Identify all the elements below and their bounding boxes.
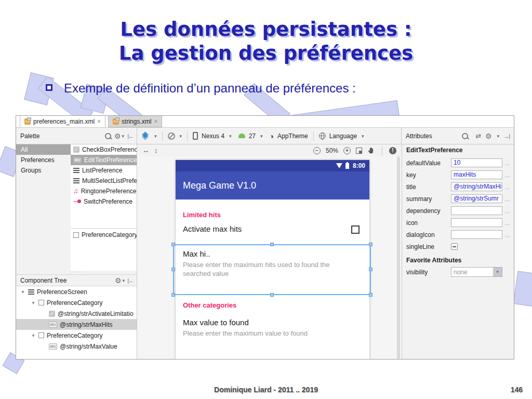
more-icon[interactable]: … bbox=[502, 196, 511, 202]
more-icon[interactable]: … bbox=[502, 208, 511, 214]
zoom-to-fit-icon[interactable] bbox=[356, 148, 362, 154]
zoom-in-icon[interactable]: + bbox=[343, 147, 351, 154]
attr-value-field[interactable]: maxHits bbox=[451, 170, 502, 179]
more-icon[interactable]: … bbox=[502, 184, 511, 190]
component-tree-header: Component Tree ⚙ ▾ |← bbox=[16, 274, 137, 286]
preview-pref-max-hits-summary: Please enter the maximum hits used to fo… bbox=[183, 260, 357, 278]
tree-expand-icon[interactable]: ▾ bbox=[31, 332, 36, 338]
preview-checkbox[interactable] bbox=[351, 225, 360, 234]
tree-expand-icon[interactable]: ▾ bbox=[31, 300, 36, 305]
pan-hand-icon[interactable] bbox=[367, 147, 375, 154]
search-icon[interactable] bbox=[104, 132, 112, 140]
chevron-down-icon: ▾ bbox=[260, 134, 263, 139]
selection-handle[interactable] bbox=[270, 293, 274, 297]
attr-value-field[interactable]: 10 bbox=[451, 158, 502, 167]
attr-value-field[interactable] bbox=[451, 206, 502, 215]
close-icon[interactable]: × bbox=[97, 118, 101, 125]
palette-item-listpreference[interactable]: ListPreference bbox=[71, 165, 137, 176]
tree-node-preferencecategory[interactable]: ▾ PreferenceCategory bbox=[16, 297, 137, 308]
attr-value-field[interactable] bbox=[451, 218, 502, 227]
zoom-out-icon[interactable]: − bbox=[313, 147, 321, 154]
category-box-icon bbox=[38, 300, 44, 305]
palette-item-preferencecategory[interactable]: PreferenceCategory bbox=[71, 230, 137, 240]
more-icon[interactable]: … bbox=[502, 172, 511, 178]
resize-vertical-icon[interactable]: ↕ bbox=[154, 147, 158, 154]
selection-handle[interactable] bbox=[369, 293, 373, 297]
errors-panel-icon[interactable]: ! bbox=[389, 147, 396, 154]
gear-icon[interactable]: ⚙ bbox=[485, 132, 492, 140]
tree-node-strmaxvalue[interactable]: abc @string/strMaxValue bbox=[16, 341, 137, 352]
chevron-down-icon: ▾ bbox=[362, 134, 364, 139]
api-level-selector[interactable]: 27 bbox=[249, 132, 256, 140]
device-icon bbox=[193, 132, 198, 140]
orientation-icon[interactable] bbox=[168, 132, 175, 140]
selection-handle[interactable] bbox=[171, 268, 175, 271]
panel-splitter[interactable]: ······ bbox=[16, 271, 137, 274]
preview-status-bar: 8:00 bbox=[176, 160, 369, 171]
attr-row-key: key maxHits … bbox=[406, 169, 511, 181]
preview-pref-max-value-title[interactable]: Max value to found bbox=[183, 318, 249, 327]
selection-handle[interactable] bbox=[369, 243, 373, 246]
slide-footer: Dominique Liard - 2011 .. 2019 146 bbox=[0, 385, 532, 394]
palette-item-ringtonepreference[interactable]: ♫ RingtonePreference bbox=[71, 186, 137, 196]
selection-handle[interactable] bbox=[270, 243, 274, 246]
palette-item-label: RingtonePreference bbox=[81, 188, 137, 195]
attr-label: icon bbox=[406, 219, 451, 227]
collapse-panel-icon[interactable]: →| bbox=[503, 133, 510, 139]
tree-node-label: PreferenceCategory bbox=[47, 299, 102, 307]
wifi-icon bbox=[336, 163, 342, 168]
palette-item-switchpreference[interactable]: SwitchPreference bbox=[71, 196, 137, 207]
design-surface-icon[interactable] bbox=[141, 132, 150, 140]
chevron-down-icon[interactable]: ▾ bbox=[493, 268, 502, 276]
gear-icon[interactable]: ⚙ bbox=[115, 277, 122, 284]
more-icon[interactable]: … bbox=[502, 220, 511, 226]
language-selector[interactable]: Language bbox=[329, 132, 357, 140]
tree-node-strmaxhits[interactable]: abc @string/strMaxHits bbox=[16, 319, 137, 330]
selection-handle[interactable] bbox=[171, 293, 175, 297]
selection-handle[interactable] bbox=[171, 243, 175, 246]
preview-pref-activate-max-hits[interactable]: Activate max hits bbox=[183, 224, 242, 233]
more-icon[interactable]: … bbox=[502, 232, 511, 238]
palette-category-preferences[interactable]: Preferences bbox=[16, 155, 71, 165]
palette-item-list: ✓ CheckBoxPreference abc EditTextPrefere… bbox=[71, 144, 137, 271]
tree-node-preferencescreen[interactable]: ▾ PreferenceScreen bbox=[16, 286, 137, 297]
collapse-panel-icon[interactable]: |← bbox=[127, 133, 134, 139]
palette-category-groups[interactable]: Groups bbox=[16, 165, 71, 176]
palette-category-all[interactable]: All bbox=[16, 144, 71, 155]
collapse-panel-icon[interactable]: |← bbox=[127, 277, 134, 284]
tab-strings-xml[interactable]: <> strings.xml × bbox=[108, 116, 162, 127]
device-selector[interactable]: Nexus 4 bbox=[202, 132, 224, 140]
selection-handle[interactable] bbox=[369, 268, 373, 271]
attr-label: singleLine bbox=[406, 243, 451, 250]
theme-selector[interactable]: AppTheme bbox=[277, 132, 308, 140]
indeterminate-checkbox[interactable] bbox=[451, 243, 458, 250]
palette-category-list: All Preferences Groups bbox=[16, 144, 71, 271]
close-icon[interactable]: × bbox=[154, 118, 157, 125]
component-tree-title: Component Tree bbox=[20, 277, 66, 284]
tree-node-preferencecategory2[interactable]: ▾ PreferenceCategory bbox=[16, 330, 137, 341]
canvas-scrollbar[interactable] bbox=[397, 156, 400, 360]
tree-node-label: PreferenceScreen bbox=[37, 288, 87, 296]
gear-icon[interactable]: ⚙ bbox=[114, 132, 121, 140]
preview-app-bar: Mega Game V1.0 bbox=[176, 171, 369, 200]
bullet-text: Exemple de définition d’un panneau de pr… bbox=[64, 81, 356, 96]
palette-separator bbox=[71, 228, 137, 229]
tab-label: preferences_main.xml bbox=[33, 118, 95, 125]
resize-horizontal-icon[interactable]: ↔ bbox=[142, 147, 149, 154]
tree-expand-icon[interactable]: ▾ bbox=[20, 289, 25, 295]
attr-value-field[interactable]: @string/strSumr bbox=[451, 194, 502, 203]
tab-preferences-main-xml[interactable]: <> preferences_main.xml × bbox=[20, 116, 105, 127]
more-icon[interactable]: … bbox=[502, 160, 511, 166]
swap-arrows-icon[interactable]: ⇄ bbox=[475, 132, 481, 140]
attr-value-field[interactable] bbox=[451, 230, 502, 239]
attr-value-field[interactable]: @string/strMaxHi bbox=[451, 182, 502, 191]
tree-node-stractivatelimitation[interactable]: ✓ @string/strActivateLimitatio bbox=[16, 308, 137, 319]
selected-component-name: EditTextPreference bbox=[406, 147, 511, 154]
preview-pref-max-hits-title[interactable]: Max hi.. bbox=[183, 249, 210, 258]
palette-item-multiselectlistpreference[interactable]: MultiSelectListPrefer bbox=[71, 176, 137, 186]
search-icon[interactable] bbox=[461, 132, 469, 140]
design-canvas: 8:00 Mega Game V1.0 Limited hits Activat… bbox=[137, 156, 402, 360]
visibility-select[interactable]: none ▾ bbox=[451, 267, 502, 277]
palette-item-edittextpreference[interactable]: abc EditTextPreference bbox=[71, 155, 137, 165]
palette-item-checkboxpreference[interactable]: ✓ CheckBoxPreference bbox=[71, 144, 137, 155]
